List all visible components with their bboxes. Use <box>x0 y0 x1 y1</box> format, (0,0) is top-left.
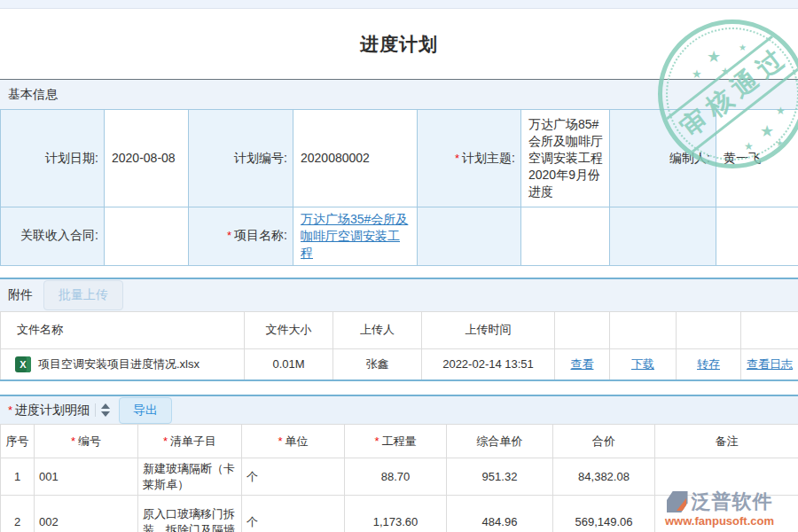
creator-value: 黄一飞 <box>716 110 798 207</box>
sort-down-icon <box>101 411 110 417</box>
project-link[interactable]: 万达广场35#会所及咖啡厅空调安装工程 <box>301 212 408 260</box>
vendor-url: www.fanpusoft.com <box>665 514 774 528</box>
empty-label-cell <box>610 207 716 266</box>
view-log-link[interactable]: 查看日志 <box>747 357 793 371</box>
row-quantity: 88.70 <box>345 458 447 496</box>
required-mark-icon: * <box>163 434 168 448</box>
attachments-title: 附件 <box>8 287 33 303</box>
col-file-size: 文件大小 <box>245 311 333 348</box>
col-unit-price: 综合单价 <box>447 425 553 458</box>
file-upload-time: 2022-02-14 13:51 <box>422 348 555 380</box>
view-link[interactable]: 查看 <box>571 357 594 371</box>
section-basic-info: 基本信息 <box>0 79 798 109</box>
required-mark-icon: * <box>71 434 75 448</box>
row-unit-price: 951.32 <box>447 458 553 496</box>
plan-no-label: 计划编号: <box>189 110 293 207</box>
required-mark-icon: * <box>227 229 231 242</box>
row-item: 新建玻璃隔断（卡莱斯卓） <box>138 458 242 496</box>
star-icon: ★ <box>721 66 730 76</box>
col-quantity: *工程量 <box>345 425 447 458</box>
file-uploader: 张鑫 <box>333 348 422 380</box>
file-size: 0.01M <box>245 348 333 380</box>
excel-file-icon: X <box>15 356 31 372</box>
attachment-table: 文件名称 文件大小 上传人 上传时间 X 项目空调安装项目进度情况.xlsx 0… <box>0 311 798 382</box>
vendor-name: 泛普软件 <box>692 489 773 515</box>
row-item: 原入口玻璃移门拆装、拆除门及隔墙 <box>138 496 242 532</box>
progress-plan-page: 进度计划 基本信息 计划日期: 2020-08-08 计划编号: 2020080… <box>0 0 798 532</box>
empty-label-cell <box>418 207 521 266</box>
required-mark-icon: * <box>8 403 12 417</box>
export-button[interactable]: 导出 <box>119 397 172 424</box>
row-total: 84,382.08 <box>553 458 655 496</box>
col-seq: 序号 <box>1 425 35 458</box>
basic-info-table: 计划日期: 2020-08-08 计划编号: 2020080002 *计划主题:… <box>0 109 798 266</box>
creator-label: 编制人: <box>610 110 716 207</box>
col-code: *编号 <box>35 425 138 458</box>
section-basic-info-title: 基本信息 <box>8 87 58 103</box>
col-remark: 备注 <box>655 425 798 458</box>
contract-value <box>105 207 189 266</box>
download-link[interactable]: 下载 <box>631 357 654 371</box>
page-title: 进度计划 <box>0 32 798 55</box>
sort-up-icon <box>101 403 110 409</box>
detail-header-row: 序号 *编号 *清单子目 *单位 *工程量 综合单价 合价 备注 <box>1 425 798 458</box>
row-unit: 个 <box>242 458 345 496</box>
required-mark-icon: * <box>374 434 379 448</box>
row-unit-price: 484.96 <box>447 496 553 532</box>
project-label: *项目名称: <box>189 207 293 266</box>
col-action-empty <box>610 311 677 348</box>
file-name-cell: X 项目空调安装项目进度情况.xlsx <box>1 348 245 380</box>
col-action-empty <box>555 311 610 348</box>
contract-label: 关联收入合同: <box>1 207 105 266</box>
file-download-cell: 下载 <box>610 348 677 380</box>
col-action-empty <box>677 311 741 348</box>
plan-date-label: 计划日期: <box>1 110 105 207</box>
file-name-text: 项目空调安装项目进度情况.xlsx <box>38 356 200 372</box>
transfer-link[interactable]: 转存 <box>697 357 720 371</box>
col-total: 合价 <box>553 425 655 458</box>
file-log-cell: 查看日志 <box>741 348 798 380</box>
basic-info-row-1: 计划日期: 2020-08-08 计划编号: 2020080002 *计划主题:… <box>1 110 798 207</box>
project-link-cell: 万达广场35#会所及咖啡厅空调安装工程 <box>293 207 418 266</box>
subject-value: 万达广场85#会所及咖啡厅空调安装工程2020年9月份进度 <box>521 110 610 207</box>
batch-upload-button[interactable]: 批量上传 <box>43 280 123 310</box>
row-total: 569,149.06 <box>553 496 655 532</box>
required-mark-icon: * <box>455 152 459 165</box>
plan-date-value: 2020-08-08 <box>105 110 189 207</box>
attachment-row: X 项目空调安装项目进度情况.xlsx 0.01M 张鑫 2022-02-14 … <box>1 348 798 380</box>
col-file-name: 文件名称 <box>1 311 245 348</box>
file-transfer-cell: 转存 <box>677 348 741 380</box>
attachment-header-row: 文件名称 文件大小 上传人 上传时间 <box>1 311 798 348</box>
row-quantity: 1,173.60 <box>345 496 447 532</box>
row-seq: 2 <box>1 496 35 532</box>
fanpu-logo-icon <box>667 491 688 512</box>
plan-detail-title: 进度计划明细 <box>15 403 90 419</box>
col-action-empty <box>741 311 798 348</box>
vendor-logo: 泛普软件 www.fanpusoft.com <box>665 489 774 528</box>
section-plan-detail: * 进度计划明细 导出 <box>0 395 798 424</box>
sort-icon[interactable] <box>95 403 110 417</box>
row-unit: 个 <box>242 496 345 532</box>
row-code: 001 <box>35 458 138 496</box>
top-strip <box>0 0 798 9</box>
empty-value-cell <box>716 207 798 266</box>
col-unit: *单位 <box>242 425 345 458</box>
col-upload-time: 上传时间 <box>422 311 555 348</box>
basic-info-row-2: 关联收入合同: *项目名称: 万达广场35#会所及咖啡厅空调安装工程 <box>1 207 798 266</box>
file-view-cell: 查看 <box>555 348 610 380</box>
required-mark-icon: * <box>278 434 282 448</box>
row-code: 002 <box>35 496 138 532</box>
plan-no-value: 2020080002 <box>293 110 418 207</box>
col-item: *清单子目 <box>138 425 242 458</box>
subject-label: *计划主题: <box>418 110 521 207</box>
row-seq: 1 <box>1 458 35 496</box>
col-uploader: 上传人 <box>333 311 422 348</box>
section-attachments: 附件 批量上传 <box>0 278 798 311</box>
empty-value-cell <box>521 207 610 266</box>
